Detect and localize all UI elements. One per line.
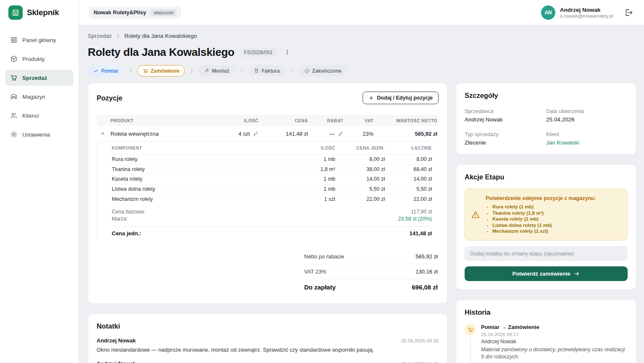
user-email: a.nowak@nowakrolety.pl: [560, 13, 613, 18]
product-price: 141,48 zł: [260, 131, 309, 137]
product-net: 565,92 zł: [375, 131, 439, 137]
detail-value: Andrzej Nowak: [465, 116, 546, 123]
sidebar-item-panel-glowny[interactable]: Panel główny: [5, 32, 74, 48]
component-unit-price: 5,50 zł: [335, 186, 385, 192]
stage-label: Faktura: [262, 68, 280, 74]
topbar: Nowak Rolety&Plisy właściciel AN Andrzej…: [79, 0, 644, 25]
plus-icon: [368, 95, 374, 101]
akcje-etapu-card: Akcje Etapu Potwierdzenie odejmie pozycj…: [456, 164, 636, 290]
component-qty: 1 mb: [295, 186, 335, 192]
chevron-right-icon: [239, 68, 244, 74]
component-name: Listwa dolna rolety: [112, 186, 295, 192]
chevron-right-icon: [115, 33, 121, 39]
app-name: Sklepnik: [27, 8, 59, 17]
sidebar-item-magazyn[interactable]: Magazyn: [5, 89, 74, 105]
breadcrumb-current: Rolety dla Jana Kowalskiego: [124, 33, 197, 39]
company-name: Nowak Rolety&Plisy: [94, 9, 146, 16]
add-edit-items-button[interactable]: Dodaj / Edytuj pozycje: [363, 92, 439, 104]
component-qty: 1 mb: [295, 156, 335, 162]
detail-label: Data utworzenia: [546, 108, 628, 114]
detail-typ-sprzedazy: Typ sprzedaży Zlecenie: [465, 132, 546, 146]
collapse-chevron-icon[interactable]: [97, 131, 109, 137]
total-value: 130,16 zł: [415, 268, 438, 275]
document-number-badge: FS/2026/001: [240, 48, 277, 57]
note-text: Okno niestandardowe — nadproże murowane,…: [97, 346, 439, 354]
sidebar-item-klienci[interactable]: Klienci: [5, 108, 74, 124]
breadcrumb-sprzedaz[interactable]: Sprzedaż: [88, 33, 112, 39]
chevron-right-icon: [189, 68, 195, 74]
component-row: Kaseta rolety 1 mb 14,00 zł 14,00 zł: [112, 174, 432, 184]
stock-warning-box: Potwierdzenie odejmie pozycje z magazynu…: [465, 189, 628, 240]
sidebar-nav: Panel główny Produkty Sprzedaż Magazyn K…: [0, 25, 79, 149]
note-timestamp: 25.04.2026 09:18: [401, 361, 439, 363]
detail-label: Klient: [546, 132, 628, 137]
component-row: Tkanina rolety 1,8 m² 38,00 zł 68,40 zł: [112, 165, 432, 175]
sidebar-item-ustawienia[interactable]: Ustawienia: [5, 126, 74, 142]
col-komp-ilosc: ILOŚĆ: [295, 145, 335, 150]
col-komponent: KOMPONENT: [112, 145, 295, 150]
logout-button[interactable]: [623, 7, 634, 18]
warning-list-item: Listwa dolna rolety (1 mb): [492, 223, 596, 228]
warning-triangle-icon: [471, 210, 480, 219]
edit-discount-icon[interactable]: [338, 131, 343, 137]
base-price-value: 117,90 zł: [411, 208, 432, 216]
warning-list-item: Rura rolety (1 mb): [492, 204, 596, 209]
confirm-order-button[interactable]: Potwierdź zamówienie: [465, 266, 628, 281]
detail-label: Typ sprzedaży: [465, 132, 546, 137]
confirm-order-label: Potwierdź zamówienie: [513, 271, 570, 277]
order-totals: Netto po rabacie 565,92 zł VAT 23% 130,1…: [303, 249, 439, 295]
total-label: VAT 23%: [304, 268, 326, 275]
history-timeline: Pomiar → Zamówienie 25.04.2026 09:17 And…: [465, 324, 628, 363]
col-rabat: RABAT: [309, 118, 344, 123]
users-icon: [10, 112, 18, 119]
stage-label: Zamówienie: [151, 68, 180, 74]
pozycje-card: Pozycje Dodaj / Edytuj pozycje PRODUKT I…: [88, 83, 447, 304]
price-summary: Cena bazowa: 117,90 zł Marża: 23,58 zł (…: [112, 204, 432, 241]
stage-zamowienie[interactable]: Zamówienie: [137, 65, 185, 76]
stage-zakonczone[interactable]: Zakończone: [299, 65, 347, 76]
user-area: AN Andrzej Nowak a.nowak@nowakrolety.pl: [541, 5, 634, 20]
company-selector[interactable]: Nowak Rolety&Plisy właściciel: [89, 7, 181, 18]
sidebar-item-sprzedaz[interactable]: Sprzedaż: [5, 70, 74, 86]
stage-faktura[interactable]: Faktura: [248, 65, 285, 76]
sidebar-item-produkty[interactable]: Produkty: [5, 51, 74, 67]
total-label: Do zapłaty: [304, 284, 336, 291]
sidebar-item-label: Ustawienia: [22, 132, 50, 138]
more-menu-button[interactable]: [283, 48, 292, 57]
client-link[interactable]: Jan Kowalski: [546, 139, 628, 146]
stage-note-input[interactable]: [465, 246, 628, 261]
gear-icon: [10, 131, 18, 138]
col-cena-jedn: CENA JEDN.: [335, 145, 385, 150]
stage-label: Pomiar: [101, 68, 118, 74]
stage-label: Zakończone: [312, 68, 341, 74]
pozycje-title: Pozycje: [97, 94, 122, 102]
add-edit-items-label: Dodaj / Edytuj pozycje: [377, 95, 433, 101]
total-label: Netto po rabacie: [304, 253, 344, 260]
component-total: 14,00 zł: [385, 176, 432, 182]
store-logo-icon: [8, 5, 23, 20]
unit-price-value: 141,48 zł: [410, 230, 432, 237]
check-circle-icon: [304, 68, 310, 74]
component-total: 68,40 zł: [385, 166, 432, 172]
cart-icon: [10, 74, 18, 82]
note-item: Andrzej Nowak 25.04.2026 09:16 Okno nies…: [97, 337, 439, 354]
sidebar-item-label: Sprzedaż: [22, 75, 47, 81]
sidebar: Sklepnik Panel główny Produkty Sprzedaż …: [0, 0, 79, 363]
detail-data-utworzenia: Data utworzenia 25.04.2026: [546, 108, 628, 123]
stage-pomiar[interactable]: Pomiar: [88, 65, 124, 76]
note-author: Andrzej Nowak: [97, 337, 136, 344]
stage-montaz[interactable]: Montaż: [198, 65, 234, 76]
role-badge: właściciel: [150, 9, 176, 16]
pozycje-table: PRODUKT ILOŚĆ CENA RABAT VAT WARTOŚĆ NET…: [97, 115, 439, 295]
logout-icon: [624, 8, 633, 17]
component-total: 8,00 zł: [385, 156, 432, 162]
invoice-icon: [254, 68, 259, 74]
edit-quantity-icon[interactable]: [253, 131, 258, 137]
app-logo: Sklepnik: [0, 0, 79, 25]
base-price-label: Cena bazowa:: [112, 208, 145, 216]
history-entry: Pomiar → Zamówienie 25.04.2026 09:17 And…: [465, 324, 628, 363]
detail-klient: Klient Jan Kowalski: [546, 132, 628, 146]
avatar[interactable]: AN: [541, 5, 555, 20]
historia-card: Historia Pomiar → Zamówienie 25.04.2026 …: [456, 300, 636, 363]
notatki-card: Notatki Andrzej Nowak 25.04.2026 09:16 O…: [88, 313, 447, 363]
